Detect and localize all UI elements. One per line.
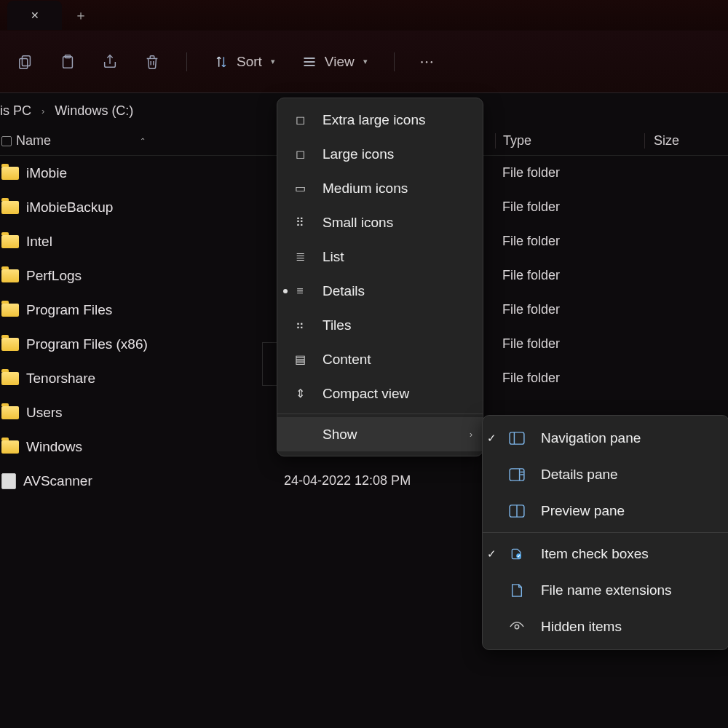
column-size[interactable]: Size — [644, 133, 728, 149]
menu-separator — [277, 414, 483, 414]
folder-icon — [1, 235, 19, 248]
folder-icon — [1, 406, 19, 419]
view-menu-item[interactable]: ▭Medium icons — [277, 171, 483, 205]
view-menu-label: Large icons — [323, 146, 394, 162]
view-button[interactable]: View ▾ — [301, 54, 368, 70]
show-menu-label: Hidden items — [541, 619, 622, 635]
view-menu-label: Content — [323, 352, 371, 368]
folder-icon — [1, 201, 19, 214]
copy-icon — [17, 54, 33, 70]
column-name[interactable]: Name ⌃ — [0, 133, 284, 149]
paste-button[interactable] — [60, 54, 76, 70]
toolbar-separator — [186, 52, 187, 71]
view-menu-icon: ◻ — [292, 147, 308, 161]
show-submenu: ✓Navigation paneDetails panePreview pane… — [482, 415, 728, 650]
more-button[interactable]: ●●● — [421, 60, 435, 64]
pane-icon — [507, 547, 526, 561]
view-menu-label: Medium icons — [323, 181, 408, 197]
menu-separator — [483, 532, 728, 533]
file-name: Windows — [26, 439, 82, 455]
folder-icon — [1, 338, 19, 351]
file-type: File folder — [495, 165, 644, 181]
chevron-right-icon: › — [470, 430, 472, 440]
view-menu-icon: ▤ — [292, 352, 308, 366]
show-menu-item[interactable]: Hidden items — [483, 609, 728, 645]
view-menu-icon: ≡ — [292, 285, 308, 298]
file-name: iMobie — [26, 165, 67, 181]
view-menu-label: List — [323, 249, 344, 265]
view-menu-item[interactable]: ▤Content — [277, 342, 483, 376]
file-name: Program Files (x86) — [26, 336, 148, 352]
column-type[interactable]: Type — [495, 133, 644, 149]
svg-rect-7 — [510, 432, 524, 444]
share-button[interactable] — [102, 54, 118, 70]
view-menu-label: Small icons — [323, 215, 393, 231]
bullet-icon — [283, 289, 288, 293]
breadcrumb-root[interactable]: is PC — [0, 103, 31, 119]
sort-label: Sort — [237, 54, 262, 70]
show-menu-item[interactable]: ✓Navigation pane — [483, 420, 728, 456]
show-menu-label: Navigation pane — [541, 430, 641, 446]
file-name: iMobieBackup — [26, 199, 113, 215]
chevron-down-icon: ▾ — [363, 57, 368, 66]
delete-button[interactable] — [144, 54, 160, 70]
pane-icon — [507, 505, 526, 518]
ellipsis-icon: ●●● — [421, 60, 435, 64]
checkbox-icon[interactable] — [1, 136, 12, 146]
file-type: File folder — [495, 268, 644, 283]
file-type: File folder — [495, 234, 644, 249]
sort-caret-icon: ⌃ — [140, 137, 146, 145]
paste-icon — [60, 54, 76, 70]
tab-bar: ✕ ＋ — [0, 0, 728, 31]
show-menu-label: File name extensions — [541, 582, 672, 598]
view-menu-label: Tiles — [323, 317, 351, 333]
svg-point-16 — [515, 625, 518, 628]
chevron-right-icon: › — [41, 106, 44, 116]
view-menu-icon: ≣ — [292, 250, 308, 264]
check-icon: ✓ — [487, 432, 497, 445]
check-icon: ✓ — [487, 547, 497, 561]
view-menu-label: Extra large icons — [323, 112, 426, 128]
view-menu-item[interactable]: ⠿Small icons — [277, 205, 483, 240]
breadcrumb-location[interactable]: Windows (C:) — [55, 103, 133, 119]
file-icon — [1, 473, 16, 489]
view-menu-item[interactable]: ⠶Tiles — [277, 308, 483, 342]
file-name: Users — [26, 405, 63, 421]
view-menu-icon: ⇕ — [292, 387, 308, 400]
copy-button[interactable] — [17, 54, 33, 70]
view-menu-label: Compact view — [323, 386, 409, 402]
file-name: Tenorshare — [26, 371, 95, 387]
file-date: 24-04-2022 12:08 PM — [284, 473, 495, 488]
show-menu-item[interactable]: File name extensions — [483, 572, 728, 609]
file-type: File folder — [495, 371, 644, 386]
file-name: PerfLogs — [26, 268, 82, 284]
view-menu-item[interactable]: ◻Extra large icons — [277, 103, 483, 137]
toolbar-separator — [394, 52, 395, 71]
pane-icon — [507, 468, 526, 481]
folder-icon — [1, 304, 19, 317]
show-menu-item[interactable]: Details pane — [483, 456, 728, 493]
folder-icon — [1, 269, 19, 282]
tab-active[interactable]: ✕ — [7, 1, 62, 30]
view-menu-label: Show — [323, 427, 357, 443]
close-icon[interactable]: ✕ — [31, 9, 39, 21]
pane-icon — [507, 432, 526, 445]
view-menu-show[interactable]: Show› — [277, 417, 483, 451]
svg-rect-0 — [22, 55, 30, 66]
view-menu-item[interactable]: ⇕Compact view — [277, 376, 483, 411]
show-menu-item[interactable]: ✓Item check boxes — [483, 536, 728, 572]
pane-icon — [507, 582, 526, 598]
show-menu-item[interactable]: Preview pane — [483, 493, 728, 529]
trash-icon — [144, 54, 160, 70]
svg-rect-1 — [20, 58, 28, 68]
file-name: Program Files — [26, 302, 112, 318]
view-menu-item[interactable]: ≡Details — [277, 274, 483, 308]
sort-button[interactable]: Sort ▾ — [213, 54, 275, 70]
view-menu-icon: ◻ — [292, 113, 308, 127]
view-icon — [301, 54, 317, 70]
view-menu-item[interactable]: ◻Large icons — [277, 137, 483, 171]
new-tab-button[interactable]: ＋ — [66, 1, 95, 30]
view-menu-icon: ⠶ — [292, 318, 308, 332]
sort-icon — [213, 54, 229, 70]
view-menu-item[interactable]: ≣List — [277, 240, 483, 274]
